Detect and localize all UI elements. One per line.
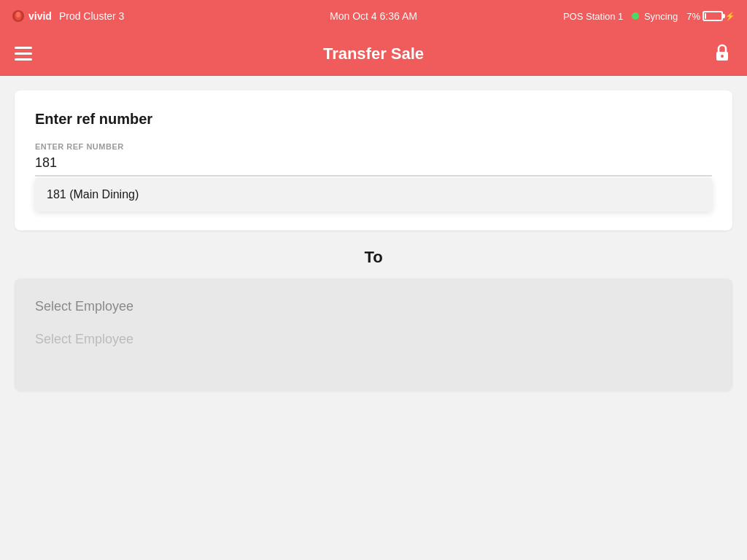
battery-percent-text: 7% — [686, 11, 700, 22]
app-logo: vivid — [12, 9, 52, 23]
syncing-label: Syncing — [644, 11, 678, 22]
bolt-icon: ⚡ — [725, 12, 735, 21]
menu-button[interactable] — [15, 47, 32, 61]
employee-card: Select Employee Select Employee — [15, 279, 732, 391]
to-label: To — [364, 248, 382, 266]
lock-icon — [712, 42, 732, 63]
battery-indicator: 7% ⚡ — [686, 11, 735, 22]
page-title: Transfer Sale — [323, 44, 424, 63]
ref-card-title: Enter ref number — [35, 111, 712, 128]
battery-bar — [703, 11, 723, 21]
status-bar: vivid Prod Cluster 3 Mon Oct 4 6:36 AM P… — [0, 0, 747, 32]
topbar-right: POS Station 1 Syncing 7% ⚡ — [563, 11, 735, 22]
vivid-logo-icon — [12, 9, 25, 23]
svg-point-4 — [721, 55, 724, 58]
battery-fill — [705, 13, 706, 19]
navbar: Transfer Sale — [0, 32, 747, 76]
employee-card-title: Select Employee — [35, 299, 712, 314]
ref-number-input[interactable] — [35, 155, 712, 176]
app-name: vivid — [28, 10, 52, 22]
ref-dropdown-item[interactable]: 181 (Main Dining) — [35, 178, 712, 211]
datetime-text: Mon Oct 4 6:36 AM — [330, 10, 417, 22]
hamburger-line-2 — [15, 52, 32, 55]
datetime-display: Mon Oct 4 6:36 AM — [330, 10, 417, 22]
sync-dot-icon — [632, 12, 639, 20]
cluster-name: Prod Cluster 3 — [59, 10, 124, 22]
main-content: Enter ref number ENTER REF NUMBER 181 (M… — [0, 76, 747, 560]
ref-number-card: Enter ref number ENTER REF NUMBER 181 (M… — [15, 90, 732, 230]
svg-point-2 — [16, 12, 20, 18]
sync-indicator: Syncing — [632, 11, 678, 22]
employee-select-placeholder[interactable]: Select Employee — [35, 332, 712, 347]
hamburger-line-1 — [15, 47, 32, 49]
ref-dropdown: 181 (Main Dining) — [35, 178, 712, 211]
hamburger-line-3 — [15, 58, 32, 61]
ref-field-label: ENTER REF NUMBER — [35, 142, 712, 151]
topbar-left: vivid Prod Cluster 3 — [12, 9, 172, 23]
to-section: To — [15, 230, 732, 279]
pos-station-label: POS Station 1 — [563, 11, 623, 22]
lock-button[interactable] — [712, 42, 732, 66]
